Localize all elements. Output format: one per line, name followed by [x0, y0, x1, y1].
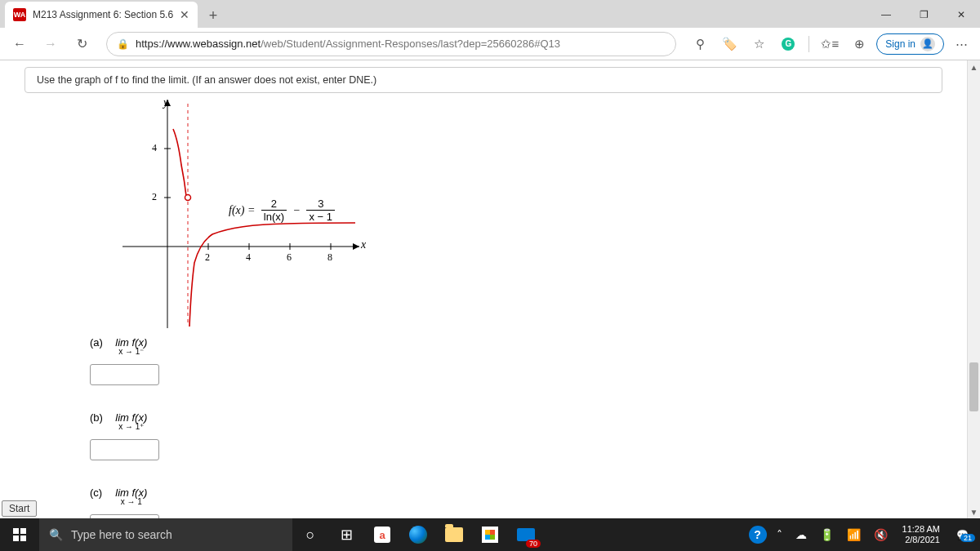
part-c-label: (c)	[90, 487, 113, 499]
browser-titlebar: WA M213 Assignment 6: Section 5.6 ✕ + — …	[0, 0, 980, 28]
window-minimize-button[interactable]: —	[867, 2, 905, 28]
x-tick-4: 4	[246, 251, 251, 264]
window-controls: — ❐ ✕	[867, 2, 980, 28]
window-close-button[interactable]: ✕	[942, 2, 980, 28]
new-tab-button[interactable]: +	[201, 3, 225, 28]
x-tick-8: 8	[327, 251, 332, 264]
app-mail-icon[interactable]: 70	[508, 518, 544, 551]
taskbar-clock[interactable]: 11:28 AM 2/8/2021	[898, 524, 945, 545]
svg-rect-14	[13, 535, 19, 541]
scroll-up-icon[interactable]: ▲	[968, 60, 980, 73]
address-bar[interactable]: 🔒 https://www.webassign.net/web/Student/…	[106, 32, 676, 56]
wifi-icon[interactable]: 📶	[844, 528, 864, 541]
favorites-list-icon[interactable]: ✩≡	[817, 32, 842, 56]
start-recording-button[interactable]: Start	[2, 500, 37, 517]
part-b-input[interactable]	[90, 439, 159, 460]
tab-close-icon[interactable]: ✕	[180, 8, 189, 21]
collections-icon[interactable]: ⊕	[847, 32, 871, 56]
signin-button[interactable]: Sign in 👤	[876, 33, 944, 55]
app-store-icon[interactable]	[472, 518, 508, 551]
part-b: (b) lim f(x) x → 1⁺	[90, 411, 967, 460]
question-prompt: Use the graph of f to find the limit. (I…	[24, 67, 942, 93]
part-b-limit: lim f(x) x → 1⁺	[115, 411, 147, 431]
tray-chevron-icon[interactable]: ˄	[773, 528, 786, 541]
extension-grammarly-icon[interactable]: G	[776, 32, 800, 56]
part-a: (a) lim f(x) x → 1⁻	[90, 336, 967, 385]
windows-taskbar: 🔍 Type here to search ○ ⊞ a 70 ? ˄ ☁ 🔋 📶…	[0, 518, 980, 551]
tab-favicon: WA	[13, 8, 26, 21]
forward-button[interactable]: →	[38, 31, 64, 57]
onedrive-icon[interactable]: ☁	[792, 528, 810, 541]
x-tick-2: 2	[205, 251, 210, 264]
part-b-label: (b)	[90, 411, 113, 424]
toolbar-divider	[808, 36, 809, 52]
zoom-icon[interactable]: ⚲	[688, 32, 712, 56]
battery-icon[interactable]: 🔋	[817, 528, 837, 541]
function-graph: y x 4 2 2 4 6 8 f(x) = 2ln(x) − 3x − 1	[122, 100, 368, 328]
task-view-icon[interactable]: ⊞	[328, 518, 364, 551]
help-icon[interactable]: ?	[749, 526, 767, 544]
browser-toolbar: ← → ↻ 🔒 https://www.webassign.net/web/St…	[0, 28, 980, 60]
scroll-down-icon[interactable]: ▼	[968, 505, 980, 518]
app-edge-icon[interactable]	[400, 518, 436, 551]
app-explorer-icon[interactable]	[436, 518, 472, 551]
menu-icon[interactable]: ⋯	[949, 32, 973, 56]
part-a-label: (a)	[90, 336, 113, 349]
back-button[interactable]: ←	[7, 31, 33, 57]
signin-label: Sign in	[885, 38, 915, 50]
search-placeholder: Type here to search	[71, 528, 172, 541]
lock-icon: 🔒	[117, 38, 129, 50]
notif-badge: 21	[960, 534, 975, 542]
cortana-icon[interactable]: ○	[292, 518, 328, 551]
svg-point-11	[185, 195, 191, 201]
svg-marker-2	[353, 243, 359, 250]
y-tick-2: 2	[152, 191, 157, 203]
refresh-button[interactable]: ↻	[69, 31, 95, 57]
system-tray: ? ˄ ☁ 🔋 📶 🔇 11:28 AM 2/8/2021 💬21	[749, 524, 980, 545]
url-path: /web/Student/Assignment-Responses/last?d…	[261, 38, 560, 50]
part-a-limit: lim f(x) x → 1⁻	[115, 336, 147, 356]
start-menu-button[interactable]	[0, 518, 39, 551]
x-axis-label: x	[361, 238, 366, 251]
svg-rect-13	[20, 528, 26, 534]
mail-badge: 70	[526, 540, 541, 548]
page-content: Use the graph of f to find the limit. (I…	[0, 60, 967, 518]
clock-time: 11:28 AM	[902, 524, 940, 535]
clock-date: 2/8/2021	[902, 535, 940, 545]
svg-rect-12	[13, 528, 19, 534]
url-host: https://www.webassign.net	[136, 38, 261, 50]
scroll-thumb[interactable]	[969, 362, 978, 411]
svg-rect-15	[20, 535, 26, 541]
window-restore-button[interactable]: ❐	[905, 2, 942, 28]
browser-tab[interactable]: WA M213 Assignment 6: Section 5.6 ✕	[5, 2, 198, 28]
shopping-icon[interactable]: 🏷️	[717, 32, 742, 56]
function-formula: f(x) = 2ln(x) − 3x − 1	[229, 198, 337, 223]
avatar-icon: 👤	[920, 37, 935, 51]
app-access-icon[interactable]: a	[364, 518, 400, 551]
taskbar-search[interactable]: 🔍 Type here to search	[39, 518, 292, 551]
part-c: (c) lim f(x) x → 1	[90, 487, 967, 518]
tab-title: M213 Assignment 6: Section 5.6	[33, 9, 173, 20]
x-tick-6: 6	[287, 251, 292, 264]
favorites-star-icon[interactable]: ☆	[746, 32, 771, 56]
y-axis-label: y	[163, 96, 168, 109]
notifications-icon[interactable]: 💬21	[951, 529, 973, 540]
vertical-scrollbar[interactable]: ▲ ▼	[967, 60, 980, 518]
volume-icon[interactable]: 🔇	[871, 528, 891, 541]
part-c-limit: lim f(x) x → 1	[115, 487, 147, 506]
search-icon: 🔍	[49, 528, 63, 541]
y-tick-4: 4	[152, 142, 157, 154]
part-a-input[interactable]	[90, 364, 159, 385]
answer-section: (a) lim f(x) x → 1⁻ (b) lim f(x) x → 1⁺ …	[90, 336, 967, 518]
